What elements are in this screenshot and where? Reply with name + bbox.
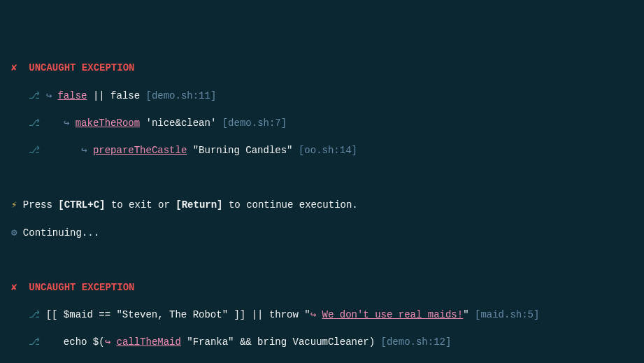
trace-location: [oo.sh:14] [299,145,357,156]
exception-title: UNCAUGHT EXCEPTION [29,62,134,73]
branch-icon: ⎇ [29,336,40,348]
keycap-return: [Return] [176,199,222,211]
trace-line: ⎇ echo $(↪ callTheMaid "Franka" && bring… [11,336,633,350]
continuing-text: Continuing... [23,227,99,239]
exception-title: UNCAUGHT EXCEPTION [29,282,134,293]
trace-line: ⎇ ↪ false || false [demo.sh:11] [11,90,633,104]
trace-command: prepareTheCastle [93,145,187,156]
prompt-line: ⚡ Press [CTRL+C] to exit or [Return] to … [11,199,633,213]
blank-line [11,171,633,185]
trace-command: false [57,90,87,101]
trace-text: "Franka" && bring VacuumCleaner) [181,336,381,348]
bolt-icon: ⚡ [11,199,17,211]
exception-header-1: ✘ UNCAUGHT EXCEPTION [11,62,633,76]
trace-location: [demo.sh:12] [381,336,452,348]
arrow-icon: ↪ [310,309,316,320]
trace-text: echo $( [64,336,105,348]
arrow-icon: ↪ [81,145,87,156]
gear-icon: ⚙ [11,227,17,239]
arrow-icon: ↪ [46,90,52,101]
branch-icon: ⎇ [29,118,40,129]
trace-line: ⎇ [[ $maid == "Steven, The Robot" ]] || … [11,308,633,322]
x-icon: ✘ [11,282,17,293]
branch-icon: ⎇ [29,145,40,156]
arrow-icon: ↪ [105,336,110,348]
prompt-text: to exit or [105,199,176,211]
trace-arg: 'nice&clean' [140,118,222,129]
branch-icon: ⎇ [29,309,40,320]
trace-location: [demo.sh:11] [146,90,217,101]
x-icon: ✘ [11,62,17,73]
trace-location: [maid.sh:5] [475,309,539,320]
trace-command: makeTheRoom [76,118,140,129]
keycap-ctrlc: [CTRL+C] [58,199,105,211]
arrow-icon: ↪ [64,118,69,129]
trace-text: " [463,309,475,320]
branch-icon: ⎇ [29,90,40,101]
trace-command: callTheMaid [116,336,180,348]
prompt-text: to continue execution. [223,199,358,211]
trace-message: We don't use real maids! [322,309,464,320]
exception-header-2: ✘ UNCAUGHT EXCEPTION [11,281,633,295]
continuing-line: ⚙ Continuing... [11,227,633,241]
trace-text: || false [87,90,145,101]
trace-arg: "Burning Candles" [187,145,299,156]
trace-text: [[ $maid == "Steven, The Robot" ]] || th… [46,309,310,320]
trace-line: ⎇ ↪ prepareTheCastle "Burning Candles" [… [11,144,633,158]
prompt-text: Press [23,199,58,211]
blank-line [11,254,633,268]
trace-line: ⎇ ↪ makeTheRoom 'nice&clean' [demo.sh:7] [11,117,633,131]
trace-location: [demo.sh:7] [222,118,287,129]
